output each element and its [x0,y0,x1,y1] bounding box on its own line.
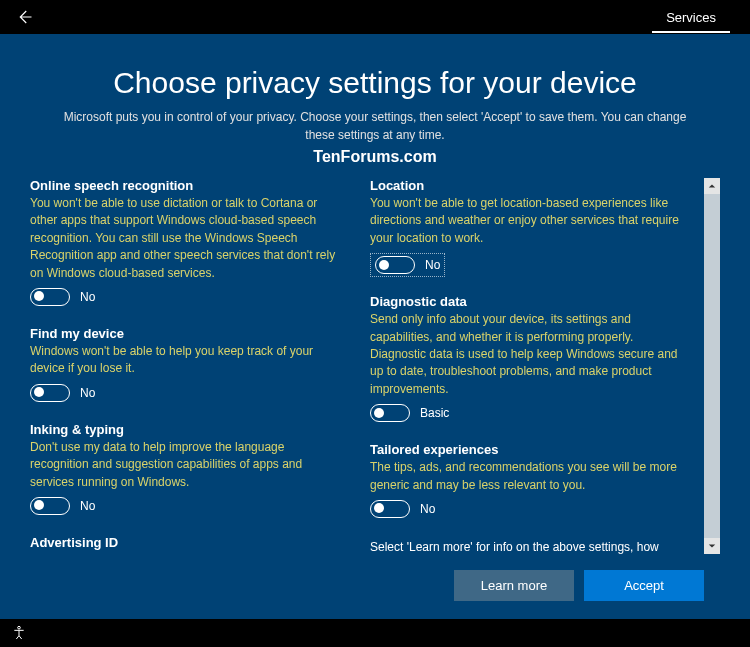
setting-advertising-id: Advertising ID The number of ads you see… [30,535,340,554]
toggle-find-my-device[interactable] [30,384,70,402]
scrollbar-vertical[interactable] [704,178,720,554]
accept-button[interactable]: Accept [584,570,704,601]
scrollbar-arrow-down[interactable] [704,538,720,554]
toggle-diagnostic-data[interactable] [370,404,410,422]
setting-description: The number of ads you see won't change, … [30,552,340,554]
toggle-location[interactable] [375,256,415,274]
toggle-value-label: No [80,499,95,513]
setting-description: The tips, ads, and recommendations you s… [370,459,680,494]
setting-title: Online speech recognition [30,178,340,193]
setting-diagnostic-data: Diagnostic data Send only info about you… [370,294,680,426]
button-row: Learn more Accept [30,570,720,601]
learn-more-info-text: Select 'Learn more' for info on the abov… [370,538,680,554]
learn-more-button[interactable]: Learn more [454,570,574,601]
titlebar: Services [0,0,750,34]
setting-description: Don't use my data to help improve the la… [30,439,340,491]
main-content: Choose privacy settings for your device … [0,34,750,619]
setting-description: Send only info about your device, its se… [370,311,680,398]
toggle-value-label: No [425,258,440,272]
chevron-down-icon [708,542,716,550]
chevron-up-icon [708,182,716,190]
setting-title: Advertising ID [30,535,340,550]
setting-description: You won't be able to get location-based … [370,195,680,247]
scrollbar-arrow-up[interactable] [704,178,720,194]
settings-column-left: Online speech recognition You won't be a… [30,178,340,554]
setting-location: Location You won't be able to get locati… [370,178,680,278]
setting-title: Diagnostic data [370,294,680,309]
tab-services[interactable]: Services [652,2,730,33]
settings-columns: Online speech recognition You won't be a… [30,178,680,554]
setting-description: Windows won't be able to help you keep t… [30,343,340,378]
svg-point-0 [18,626,21,629]
page-title: Choose privacy settings for your device [30,66,720,100]
settings-area: Online speech recognition You won't be a… [30,178,720,554]
setting-title: Location [370,178,680,193]
page-subtitle: Microsoft puts you in control of your pr… [55,108,695,144]
setting-inking-typing: Inking & typing Don't use my data to hel… [30,422,340,519]
toggle-tailored-experiences[interactable] [370,500,410,518]
toggle-online-speech-recognition[interactable] [30,288,70,306]
toggle-value-label: No [80,386,95,400]
arrow-left-icon [15,8,33,26]
footer-bar [0,619,750,647]
toggle-value-label: No [420,502,435,516]
accessibility-icon [11,625,27,641]
setting-title: Tailored experiences [370,442,680,457]
toggle-value-label: No [80,290,95,304]
watermark-text: TenForums.com [30,148,720,166]
ease-of-access-button[interactable] [10,624,28,642]
setting-title: Find my device [30,326,340,341]
settings-column-right: Location You won't be able to get locati… [370,178,680,554]
setting-find-my-device: Find my device Windows won't be able to … [30,326,340,406]
back-button[interactable] [8,1,40,33]
toggle-inking-typing[interactable] [30,497,70,515]
setting-title: Inking & typing [30,422,340,437]
toggle-value-label: Basic [420,406,449,420]
setting-tailored-experiences: Tailored experiences The tips, ads, and … [370,442,680,522]
setting-description: You won't be able to use dictation or ta… [30,195,340,282]
setting-online-speech-recognition: Online speech recognition You won't be a… [30,178,340,310]
